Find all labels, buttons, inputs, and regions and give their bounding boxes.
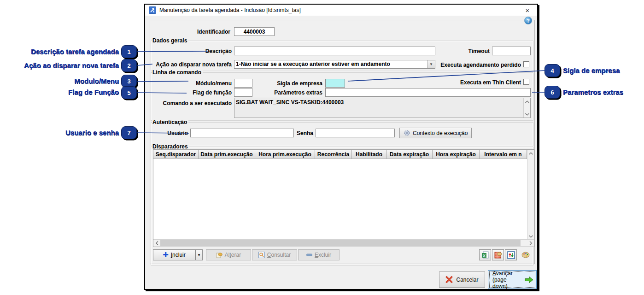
cancel-x-icon bbox=[445, 276, 453, 283]
scroll-down-icon[interactable] bbox=[527, 233, 534, 240]
acao-combobox[interactable]: 1-Não iniciar se a execução anterior est… bbox=[234, 60, 435, 69]
scrollbar-thumb[interactable] bbox=[160, 240, 521, 246]
help-icon[interactable]: ? bbox=[524, 17, 532, 24]
timeout-input[interactable] bbox=[492, 47, 531, 55]
callout-label-acao: Ação ao disparar nova tarefa bbox=[0, 61, 119, 69]
contexto-execucao-button[interactable]: Contexto de execução bbox=[399, 128, 472, 138]
incluir-label: Incluir bbox=[171, 252, 186, 258]
scroll-left-icon[interactable] bbox=[153, 240, 160, 247]
chevron-down-icon: ▾ bbox=[198, 253, 200, 257]
senha-input[interactable] bbox=[316, 129, 395, 137]
avancar-button[interactable]: Avançar (page down) bbox=[488, 270, 537, 289]
column-header[interactable]: Hora expiração bbox=[433, 150, 480, 159]
modulo-menu-label: Módulo/menu bbox=[154, 80, 232, 87]
title-bar[interactable]: Manutenção da tarefa agendada - Inclusão… bbox=[145, 5, 537, 16]
callout-bubble-3: 3 bbox=[121, 75, 137, 88]
column-header[interactable]: Recorrência bbox=[315, 150, 352, 159]
parametros-extras-input[interactable] bbox=[325, 88, 531, 97]
agendamento-perdido-label: Executa agendamento perdido bbox=[422, 62, 521, 69]
callout-bubble-2: 2 bbox=[121, 59, 137, 72]
callout-bubble-7: 7 bbox=[121, 126, 137, 139]
thin-client-label: Executa em Thin Client bbox=[422, 79, 521, 86]
disparadores-table: Seq.disparador Data prim.execução Hora p… bbox=[153, 149, 534, 247]
sigla-empresa-input[interactable] bbox=[325, 79, 345, 88]
edit-icon bbox=[216, 252, 222, 258]
callout-bubble-6: 6 bbox=[544, 86, 560, 99]
group-linha-comando-legend: Linha de comando bbox=[152, 69, 203, 76]
table-horizontal-scrollbar[interactable] bbox=[153, 239, 534, 247]
column-header[interactable]: Hora prim.execução bbox=[255, 150, 315, 159]
callout-bubble-1: 1 bbox=[121, 45, 137, 58]
scroll-down-icon[interactable] bbox=[524, 111, 530, 118]
cancelar-label: Cancelar bbox=[456, 277, 478, 283]
comando-value: SIG.BAT WAIT_SINC VS-TASKID:4400003 bbox=[236, 99, 522, 106]
excluir-button[interactable]: Excluir bbox=[298, 249, 340, 260]
callout-label-descricao: Descrição tarefa agendada bbox=[0, 47, 119, 55]
minus-icon bbox=[306, 254, 312, 256]
callout-label-parametros: Parametros extras bbox=[563, 88, 623, 96]
alterar-button[interactable]: Alterar bbox=[206, 249, 251, 260]
grid-hand-icon bbox=[494, 251, 502, 259]
svg-text:X: X bbox=[482, 253, 485, 258]
thin-client-checkbox[interactable] bbox=[523, 79, 529, 85]
dialog-window: Manutenção da tarefa agendada - Inclusão… bbox=[144, 4, 538, 290]
consultar-label: Consultar bbox=[267, 252, 291, 258]
plus-icon: ✚ bbox=[163, 252, 169, 258]
excluir-label: Excluir bbox=[315, 252, 331, 258]
usuario-label: Usuário bbox=[145, 130, 188, 137]
scroll-up-icon[interactable] bbox=[524, 98, 530, 105]
callout-bubble-5: 5 bbox=[121, 86, 137, 99]
app-icon bbox=[149, 6, 156, 14]
close-icon[interactable]: × bbox=[521, 5, 533, 15]
callout-label-sigla: Sigla de empresa bbox=[563, 66, 620, 74]
column-header[interactable]: Data prim.execução bbox=[199, 150, 255, 159]
callout-label-modulo: Modulo/Menu bbox=[0, 77, 119, 85]
screenshot-canvas: Manutenção da tarefa agendada - Inclusão… bbox=[0, 0, 644, 295]
identificador-label: Identificador bbox=[164, 29, 230, 35]
export-excel-button[interactable]: X bbox=[479, 249, 491, 260]
avancar-label: Avançar (page down) bbox=[492, 270, 522, 289]
incluir-button[interactable]: ✚ Incluir bbox=[153, 249, 195, 260]
callout-bubble-4: 4 bbox=[544, 64, 560, 77]
scroll-right-icon[interactable] bbox=[527, 240, 534, 247]
sort-button[interactable] bbox=[505, 249, 517, 260]
acao-combobox-value: 1-Não iniciar se a execução anterior est… bbox=[234, 60, 427, 68]
palette-icon bbox=[521, 252, 530, 258]
senha-label: Senha bbox=[274, 130, 313, 137]
palette-button[interactable] bbox=[520, 249, 532, 260]
flag-funcao-input[interactable] bbox=[234, 88, 252, 97]
table-vertical-scrollbar[interactable] bbox=[527, 150, 534, 240]
descricao-input[interactable] bbox=[234, 47, 435, 55]
sigla-empresa-label: Sigla de empresa bbox=[256, 80, 322, 87]
group-disparadores-legend: Disparadores bbox=[152, 143, 189, 150]
scroll-up-icon[interactable] bbox=[527, 150, 534, 157]
comando-readonly-box: SIG.BAT WAIT_SINC VS-TASKID:4400003 bbox=[234, 98, 531, 118]
agendamento-perdido-checkbox[interactable] bbox=[523, 61, 529, 67]
consultar-button[interactable]: Consultar bbox=[252, 249, 297, 260]
group-autenticacao-legend: Autenticação bbox=[152, 119, 188, 125]
descricao-label: Descrição bbox=[154, 48, 232, 55]
flag-funcao-label: Flag de função bbox=[154, 89, 232, 96]
contexto-execucao-label: Contexto de execução bbox=[413, 130, 468, 136]
grid-select-button[interactable] bbox=[492, 249, 504, 260]
identificador-field[interactable] bbox=[234, 27, 275, 36]
comando-label: Comando a ser executado bbox=[154, 100, 232, 107]
column-header[interactable]: Data expiração bbox=[386, 150, 433, 159]
excel-icon: X bbox=[481, 251, 489, 259]
modulo-menu-input[interactable] bbox=[234, 79, 252, 88]
comando-scrollbar[interactable] bbox=[523, 98, 530, 118]
column-header[interactable]: Habilitado bbox=[352, 150, 386, 159]
column-header[interactable]: Intervalo em n bbox=[480, 150, 527, 159]
incluir-dropdown-button[interactable]: ▾ bbox=[195, 249, 203, 260]
gear-icon bbox=[404, 130, 410, 136]
alterar-label: Alterar bbox=[225, 252, 241, 258]
column-header[interactable]: Seq.disparador bbox=[153, 150, 199, 159]
window-title: Manutenção da tarefa agendada - Inclusão… bbox=[159, 7, 301, 13]
arrow-right-icon bbox=[525, 276, 533, 283]
timeout-label: Timeout bbox=[449, 48, 490, 55]
cancelar-button[interactable]: Cancelar bbox=[439, 271, 485, 288]
callout-label-flag: Flag de Função bbox=[0, 88, 119, 96]
magnifier-icon bbox=[258, 252, 265, 258]
parametros-extras-label: Parâmetros extras bbox=[256, 89, 322, 96]
sort-arrows-icon bbox=[507, 251, 515, 259]
